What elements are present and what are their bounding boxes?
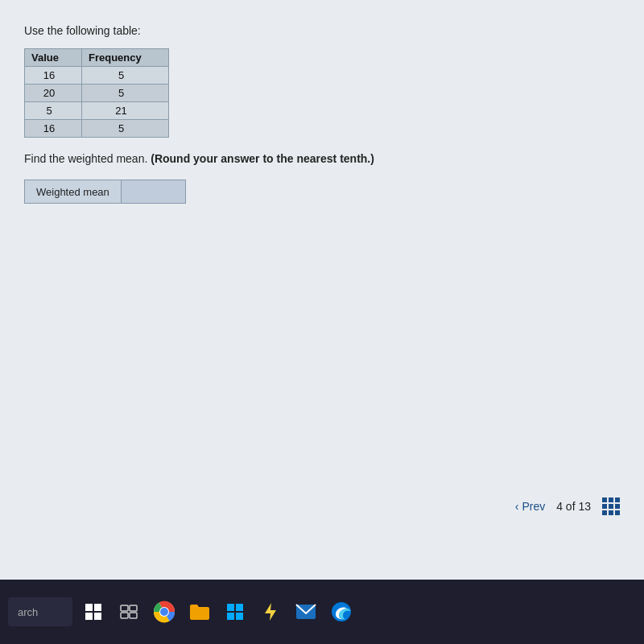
prev-button[interactable]: ‹ Prev [515, 500, 545, 513]
svg-rect-4 [121, 605, 128, 611]
table-cell: 21 [81, 102, 168, 120]
table-row: 521 [25, 102, 169, 120]
nav-bar: ‹ Prev 4 of 13 [515, 497, 620, 515]
chrome-icon[interactable] [150, 597, 179, 626]
page-info: 4 of 13 [556, 500, 591, 513]
table-row: 165 [25, 67, 169, 85]
svg-rect-2 [85, 613, 93, 620]
table-cell: 5 [81, 85, 168, 102]
windows-button[interactable] [79, 597, 108, 626]
svg-rect-14 [236, 613, 243, 620]
main-content: Use the following table: Value Frequency… [0, 0, 644, 580]
table-cell: 5 [81, 67, 168, 85]
col-header-frequency: Frequency [81, 49, 168, 67]
prev-chevron-icon: ‹ [515, 500, 519, 513]
svg-rect-12 [236, 604, 243, 611]
svg-rect-6 [121, 613, 128, 618]
svg-rect-5 [130, 605, 137, 611]
prev-label: Prev [522, 500, 545, 513]
svg-rect-1 [94, 604, 101, 611]
table-row: 205 [25, 85, 169, 102]
table-cell: 5 [81, 120, 168, 138]
svg-rect-0 [85, 604, 93, 611]
edge-icon[interactable] [327, 597, 356, 626]
table-cell: 5 [25, 102, 82, 120]
table-cell: 16 [25, 120, 82, 138]
taskbar [0, 580, 644, 644]
answer-row: Weighted mean [24, 180, 620, 204]
mail-icon[interactable] [291, 597, 320, 626]
data-table: Value Frequency 165205521165 [24, 48, 169, 138]
svg-point-10 [160, 608, 168, 616]
table-row: 165 [25, 120, 169, 138]
taskbar-search[interactable] [8, 597, 72, 626]
question-bold: (Round your answer to the nearest tenth.… [151, 152, 374, 165]
svg-rect-11 [227, 604, 234, 611]
answer-input[interactable] [122, 180, 186, 204]
question-plain: Find the weighted mean. [24, 152, 151, 165]
grid-view-icon[interactable] [602, 497, 620, 515]
snap-icon[interactable] [256, 597, 285, 626]
svg-rect-7 [130, 613, 137, 618]
table-cell: 16 [25, 67, 82, 85]
store-icon[interactable] [221, 597, 250, 626]
files-icon[interactable] [185, 597, 214, 626]
svg-rect-13 [227, 613, 234, 620]
svg-rect-3 [94, 613, 101, 620]
col-header-value: Value [25, 49, 82, 67]
question-text: Find the weighted mean. (Round your answ… [24, 152, 620, 165]
table-cell: 20 [25, 85, 82, 102]
answer-label: Weighted mean [24, 180, 122, 204]
instructions-text: Use the following table: [24, 24, 620, 37]
task-view-button[interactable] [114, 597, 143, 626]
